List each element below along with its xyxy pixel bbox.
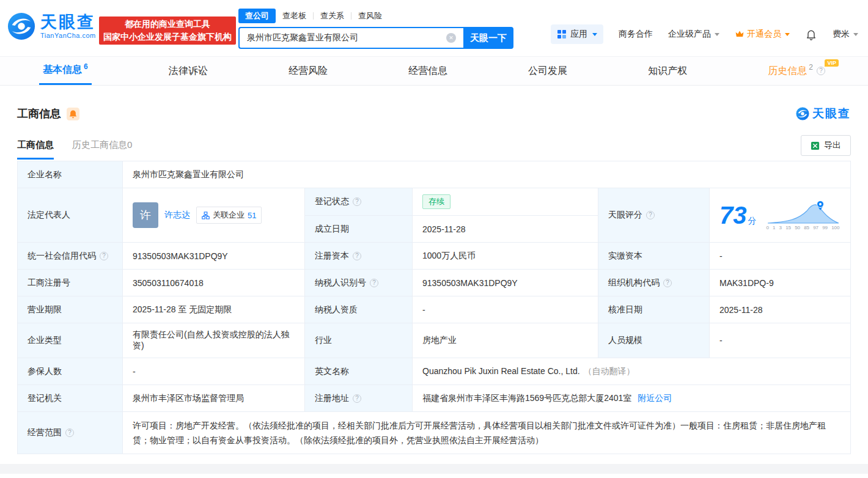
legal-rep-link[interactable]: 许志达 xyxy=(164,210,190,221)
field-value: 1000万人民币 xyxy=(422,251,476,260)
company-nav-tabs: 基本信息 6 法律诉讼 经营风险 经营信息 公司发展 知识产权 历史信息 2 V… xyxy=(0,56,868,86)
field-label: 法定代表人 xyxy=(28,210,70,219)
field-label: 纳税人资质 xyxy=(315,304,358,314)
label-approval-date: 核准日期 xyxy=(598,296,710,323)
subtabs: 工商信息 历史工商信息0 xyxy=(17,139,132,160)
monitor-bell-icon[interactable] xyxy=(67,108,79,120)
field-value: 福建省泉州市丰泽区丰海路1569号匹克总部大厦2401室 xyxy=(422,393,631,403)
field-label: 统一社会信用代码 xyxy=(28,251,96,260)
tianyancha-logo[interactable]: 天眼查 TianYanCha.com xyxy=(7,12,96,40)
help-icon[interactable] xyxy=(646,211,655,219)
tab-label: 经营风险 xyxy=(289,65,328,78)
label-industry: 行业 xyxy=(305,323,413,358)
search-button[interactable]: 天眼一下 xyxy=(463,27,513,49)
field-label: 人员规模 xyxy=(608,335,642,345)
enterprise-label: 企业级产品 xyxy=(668,29,711,40)
page-bottom-strip xyxy=(0,464,868,474)
nav-enterprise-products[interactable]: 企业级产品 xyxy=(668,29,719,40)
score-curve xyxy=(767,200,840,224)
value-reg-capital: 1000万人民币 xyxy=(413,243,598,270)
score-chart: 0131550859799100 xyxy=(767,200,840,230)
help-icon[interactable] xyxy=(370,279,378,287)
value-org-code: MAK31DPQ-9 xyxy=(710,270,851,296)
auto-translate-note: （自动翻译） xyxy=(584,366,635,376)
section-brand-text: 天眼查 xyxy=(812,106,851,122)
field-value: 泉州市匹克聚鑫置业有限公司 xyxy=(133,169,244,179)
tab-label: 基本信息 xyxy=(43,64,82,76)
apps-label: 应用 xyxy=(570,29,587,40)
field-value: 泉州市丰泽区市场监督管理局 xyxy=(133,393,244,403)
tab-history-info[interactable]: 历史信息 2 VIP xyxy=(764,57,829,85)
label-credit-code: 统一社会信用代码 xyxy=(18,243,123,270)
field-value: 91350503MAK31DPQ9Y xyxy=(133,251,228,261)
search-tab-boss[interactable]: 查老板 xyxy=(276,9,313,23)
tab-company-development[interactable]: 公司发展 xyxy=(524,57,571,85)
value-company-type: 有限责任公司(自然人投资或控股的法人独资) xyxy=(123,323,305,358)
chevron-down-icon xyxy=(715,33,719,36)
value-taxpayer-qualification: - xyxy=(413,296,598,323)
nav-open-vip[interactable]: 开通会员 xyxy=(735,29,790,40)
help-icon[interactable] xyxy=(100,252,108,260)
subtab-row: 工商信息 历史工商信息0 导出 xyxy=(17,135,851,160)
tab-count: 2 xyxy=(809,63,813,72)
tianyan-score[interactable]: 73分 0131550859799100 xyxy=(719,200,840,230)
help-icon[interactable] xyxy=(817,67,825,75)
field-value: 91350503MAK31DPQ9Y xyxy=(422,278,518,288)
header-right-nav: 应用 商务合作 企业级产品 开通会员 费米 xyxy=(551,24,858,44)
promo-line-1: 都在用的商业查询工具 xyxy=(125,18,210,31)
subtab-history-business-info[interactable]: 历史工商信息0 xyxy=(72,139,132,160)
value-approval-date: 2025-11-28 xyxy=(710,296,851,323)
status-badge: 存续 xyxy=(422,194,451,209)
tab-legal-proceedings[interactable]: 法律诉讼 xyxy=(165,57,211,85)
vip-badge: VIP xyxy=(825,59,839,67)
tab-intellectual-property[interactable]: 知识产权 xyxy=(644,57,691,85)
field-label: 经营范围 xyxy=(28,427,62,437)
related-label: 关联企业 xyxy=(213,210,245,221)
help-icon[interactable] xyxy=(663,279,672,287)
business-info-table: 企业名称 泉州市匹克聚鑫置业有限公司 法定代表人 许 许志达 关联 xyxy=(17,161,851,454)
search-tab-relation[interactable]: 查关系 xyxy=(314,9,351,23)
user-menu[interactable]: 费米 xyxy=(833,29,858,40)
export-label: 导出 xyxy=(824,140,841,151)
apps-menu[interactable]: 应用 xyxy=(551,24,603,44)
section-head: 工商信息 天眼查 xyxy=(17,106,851,122)
promo-banner[interactable]: 都在用的商业查询工具 国家中小企业发展子基金旗下机构 xyxy=(99,17,236,45)
legal-rep-avatar[interactable]: 许 xyxy=(133,202,158,228)
help-icon[interactable] xyxy=(353,394,361,403)
field-value: 有限责任公司(自然人投资或控股的法人独资) xyxy=(133,329,290,350)
help-icon[interactable] xyxy=(353,252,361,260)
tab-operation-info[interactable]: 经营信息 xyxy=(405,57,451,85)
label-insured-count: 参保人数 xyxy=(18,358,123,385)
field-value: - xyxy=(422,305,425,315)
tab-operation-risk[interactable]: 经营风险 xyxy=(285,57,331,85)
subtab-business-info[interactable]: 工商信息 xyxy=(17,139,54,160)
field-label: 登记状态 xyxy=(315,196,349,206)
tab-basic-info[interactable]: 基本信息 6 xyxy=(39,57,92,85)
tianyancha-logo-icon xyxy=(7,12,35,40)
nav-cooperation[interactable]: 商务合作 xyxy=(619,29,653,40)
value-registry: 泉州市丰泽区市场监督管理局 xyxy=(123,385,305,412)
field-label: 营业期限 xyxy=(28,304,62,314)
export-button[interactable]: 导出 xyxy=(801,135,851,156)
search-input[interactable] xyxy=(240,33,446,43)
chevron-down-icon xyxy=(785,33,790,36)
value-address: 福建省泉州市丰泽区丰海路1569号匹克总部大厦2401室附近公司 xyxy=(413,385,851,412)
nearby-companies-link[interactable]: 附近公司 xyxy=(638,393,672,403)
org-chart-icon xyxy=(202,211,210,219)
search-tab-company[interactable]: 查公司 xyxy=(238,9,276,23)
search-tab-risk[interactable]: 查风险 xyxy=(351,9,389,23)
field-value: Quanzhou Pik Juxin Real Estate Co., Ltd. xyxy=(422,366,580,376)
value-tianyan-score: 73分 0131550859799100 xyxy=(710,188,851,243)
label-company-type: 企业类型 xyxy=(18,323,123,358)
label-reg-status: 登记状态 xyxy=(305,188,413,216)
value-credit-code: 91350503MAK31DPQ9Y xyxy=(123,243,305,270)
field-value: - xyxy=(133,367,136,377)
related-companies-chip[interactable]: 关联企业 51 xyxy=(196,207,262,224)
clear-icon[interactable] xyxy=(446,33,456,43)
notification-bell-icon[interactable] xyxy=(805,28,817,40)
label-reg-capital: 注册资本 xyxy=(305,243,413,270)
field-label: 企业类型 xyxy=(28,335,62,345)
tab-label: 公司发展 xyxy=(528,65,567,78)
help-icon[interactable] xyxy=(353,197,361,206)
help-icon[interactable] xyxy=(65,428,74,437)
